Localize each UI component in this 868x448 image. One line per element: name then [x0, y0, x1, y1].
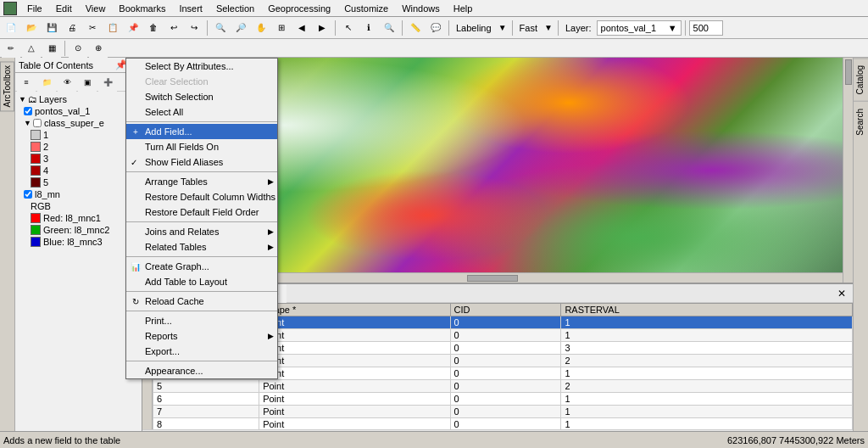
toc-class-checkbox[interactable]	[33, 119, 42, 127]
toc-visibility-btn[interactable]: 👁	[58, 73, 76, 92]
table-cell: 0	[450, 393, 561, 406]
ctx-show-aliases[interactable]: ✓ Show Field Aliases	[126, 154, 277, 170]
full-extent-btn[interactable]: ⊞	[272, 19, 291, 37]
undo-btn[interactable]: ↩	[164, 19, 183, 37]
ctx-add-table-layout[interactable]: Add Table to Layout	[126, 274, 277, 289]
toc-add-btn[interactable]: ➕	[98, 73, 117, 92]
identify-btn[interactable]: ℹ	[359, 19, 378, 37]
map-vscroll[interactable]	[843, 58, 853, 283]
ctx-print[interactable]: Print...	[126, 313, 277, 328]
ctx-appearance-label: Appearance...	[145, 366, 203, 376]
map-tips-btn[interactable]: 💬	[426, 19, 445, 37]
context-menu: Select By Attributes... Clear Selection …	[125, 58, 278, 379]
menu-windows[interactable]: Windows	[395, 2, 447, 15]
delete-btn[interactable]: 🗑	[144, 19, 163, 37]
menu-view[interactable]: View	[79, 2, 113, 15]
table-cell: 1	[561, 329, 853, 342]
ctx-selectall-label: Select All	[145, 107, 183, 117]
ctx-add-field[interactable]: + Add Field...	[126, 124, 277, 139]
table-row[interactable]: 5Point02	[153, 380, 853, 393]
print-btn[interactable]: 🖨	[63, 19, 81, 37]
ctx-reload-cache[interactable]: ↻ Reload Cache	[126, 294, 277, 309]
layer-dropdown-arrow[interactable]: ▼	[668, 23, 677, 33]
table-row[interactable]: 7Point01	[153, 406, 853, 418]
prev-extent-btn[interactable]: ◀	[292, 19, 311, 37]
toc-l8mn-checkbox[interactable]	[24, 190, 32, 199]
copy-btn[interactable]: 📋	[103, 19, 122, 37]
menu-help[interactable]: Help	[447, 2, 480, 15]
select-btn[interactable]: ↖	[339, 19, 358, 37]
vscroll-thumb[interactable]	[845, 59, 852, 85]
menu-bookmarks[interactable]: Bookmarks	[112, 2, 172, 15]
paste-btn[interactable]: 📌	[124, 19, 142, 37]
ctx-restore-col[interactable]: Restore Default Column Widths	[126, 189, 277, 204]
measure-btn[interactable]: 📏	[406, 19, 425, 37]
toc-layers-root[interactable]: ▼ 🗂 Layers	[17, 93, 140, 105]
catalog-tab[interactable]: Catalog	[854, 58, 868, 101]
snap-btn[interactable]: ⊙	[69, 39, 87, 58]
ctx-related-tables[interactable]: Related Tables ▶	[126, 239, 277, 255]
toc-source-btn[interactable]: 📁	[37, 73, 56, 92]
open-btn[interactable]: 📂	[22, 19, 41, 37]
toc-pontos-checkbox[interactable]	[24, 107, 32, 115]
hscroll-thumb[interactable]	[467, 275, 518, 282]
ctx-clear-selection[interactable]: Clear Selection	[126, 74, 277, 89]
search-tab[interactable]: Search	[854, 101, 868, 143]
layer-combo[interactable]: pontos_val_1 ▼	[597, 20, 682, 36]
cut-btn[interactable]: ✂	[83, 19, 102, 37]
labeling-dropdown[interactable]: ▼	[497, 19, 509, 37]
menu-file[interactable]: File	[20, 2, 49, 15]
col-shape[interactable]: Shape *	[259, 304, 450, 316]
ctx-arrange-tables[interactable]: Arrange Tables ▶	[126, 174, 277, 189]
ctx-export[interactable]: Export...	[126, 344, 277, 359]
ctx-joins-relates[interactable]: Joins and Relates ▶	[126, 224, 277, 239]
editor-btn[interactable]: ✏	[2, 39, 20, 58]
ctx-reports[interactable]: Reports ▶	[126, 328, 277, 344]
menu-geoprocessing[interactable]: Geoprocessing	[261, 2, 337, 15]
toc-selection-btn[interactable]: ▣	[78, 73, 97, 92]
green-label: Green: l8_mnc2	[43, 225, 109, 235]
ctx-turn-fields[interactable]: Turn All Fields On	[126, 139, 277, 154]
ctx-switch-selection[interactable]: Switch Selection	[126, 89, 277, 104]
zoom-in-btn[interactable]: 🔍	[211, 19, 230, 37]
toc-pontos-label: pontos_val_1	[35, 106, 90, 116]
new-btn[interactable]: 📄	[2, 19, 20, 37]
arctoolbox-tab[interactable]: ArcToolbox	[0, 61, 14, 111]
redo-btn[interactable]: ↪	[185, 19, 203, 37]
menu-selection[interactable]: Selection	[209, 2, 261, 15]
ctx-select-all[interactable]: Select All	[126, 104, 277, 120]
toolbar-row-2: ✏ △ ▦ ⊙ ⊕	[0, 39, 868, 58]
status-coords: 623166,807 7445300,922 Meters	[727, 435, 865, 445]
size-input[interactable]: 500	[689, 20, 723, 36]
table-row[interactable]: 6Point01	[153, 393, 853, 406]
find-btn[interactable]: 🔍	[380, 19, 398, 37]
pan-btn[interactable]: ✋	[252, 19, 270, 37]
toc-list-btn[interactable]: ≡	[17, 73, 36, 92]
ctx-sep6	[126, 311, 277, 311]
spatial-btn[interactable]: ⊕	[89, 39, 108, 58]
fast-dropdown[interactable]: ▼	[542, 19, 554, 37]
menu-edit[interactable]: Edit	[49, 2, 79, 15]
col-cid[interactable]: CID	[450, 304, 561, 316]
next-extent-btn[interactable]: ▶	[313, 19, 331, 37]
toc-l8mn-layer[interactable]: l8_mn	[17, 188, 140, 200]
table-row[interactable]: 8Point01	[153, 418, 853, 430]
menu-insert[interactable]: Insert	[172, 2, 209, 15]
toolbar-row-1: 📄 📂 💾 🖨 ✂ 📋 📌 🗑 ↩ ↪ 🔍 🔎 ✋ ⊞ ◀ ▶ ↖ ℹ 🔍 📏 …	[0, 17, 868, 39]
sep5	[512, 20, 513, 36]
ctx-appearance[interactable]: Appearance...	[126, 363, 277, 378]
sketch-btn[interactable]: △	[22, 39, 41, 58]
toc-pontos-layer[interactable]: pontos_val_1	[17, 105, 140, 117]
status-left: Adds a new field to the table	[3, 435, 120, 445]
ctx-select-by-attr[interactable]: Select By Attributes...	[126, 59, 277, 74]
table-close-btn[interactable]: ✕	[834, 288, 849, 300]
toc-class-layer[interactable]: ▼ class_super_e	[17, 117, 140, 129]
ctx-create-graph[interactable]: 📊 Create Graph...	[126, 259, 277, 274]
save-btn[interactable]: 💾	[42, 19, 61, 37]
ctx-restore-field[interactable]: Restore Default Field Order	[126, 204, 277, 220]
col-rasterval[interactable]: RASTERVAL	[561, 304, 853, 316]
menu-customize[interactable]: Customize	[337, 2, 395, 15]
toc-val-4: 4	[17, 165, 140, 176]
zoom-out-btn[interactable]: 🔎	[231, 19, 250, 37]
attr-btn[interactable]: ▦	[42, 39, 61, 58]
